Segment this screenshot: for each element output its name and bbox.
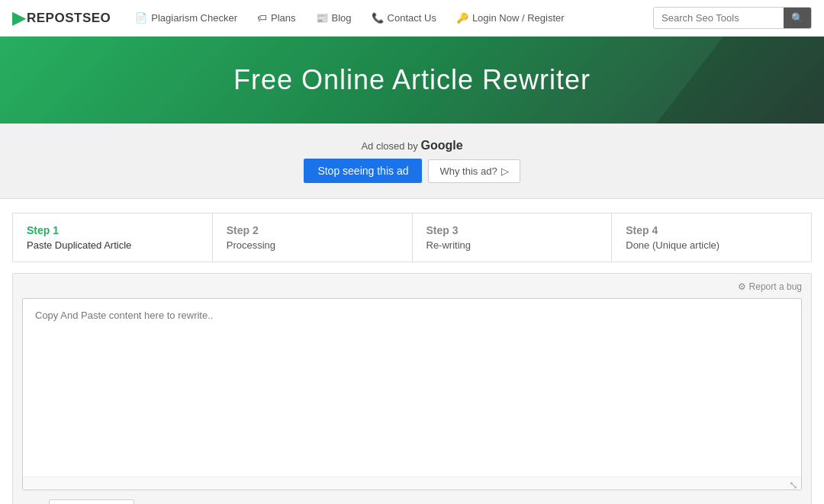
report-bug-row: ⚙ Report a bug bbox=[22, 281, 802, 292]
step-2-desc: Processing bbox=[227, 239, 398, 251]
hero-banner: Free Online Article Rewriter bbox=[0, 37, 824, 124]
article-textarea[interactable] bbox=[23, 299, 801, 474]
nav-login[interactable]: 🔑 Login Now / Register bbox=[447, 8, 574, 28]
ad-closed-text: Ad closed by bbox=[361, 140, 417, 152]
step-1: Step 1 Paste Duplicated Article bbox=[13, 213, 213, 262]
phone-icon: 📞 bbox=[372, 12, 384, 24]
editor-area: ⚙ Report a bug ⤡ OR / 📎 Select File .doc… bbox=[12, 273, 812, 504]
resize-icon: ⤡ bbox=[789, 479, 798, 488]
report-bug-button[interactable]: ⚙ Report a bug bbox=[738, 281, 802, 292]
nav-plans-label: Plans bbox=[271, 12, 296, 24]
login-icon: 🔑 bbox=[456, 12, 468, 24]
ad-buttons: Stop seeing this ad Why this ad? ▷ bbox=[15, 159, 809, 183]
step-4-label: Step 4 bbox=[626, 224, 797, 236]
brand-name: REPOSTSEO bbox=[27, 11, 111, 26]
search-input[interactable] bbox=[654, 8, 784, 27]
why-this-ad-button[interactable]: Why this ad? ▷ bbox=[428, 159, 520, 183]
step-1-desc: Paste Duplicated Article bbox=[27, 239, 198, 251]
nav-blog[interactable]: 📰 Blog bbox=[307, 8, 361, 28]
navbar: ▶ REPOSTSEO 📄 Plagiarism Checker 🏷 Plans… bbox=[0, 0, 824, 37]
brand-logo[interactable]: ▶ REPOSTSEO bbox=[12, 8, 111, 28]
step-4: Step 4 Done (Unique article) bbox=[612, 213, 811, 262]
stop-seeing-ad-button[interactable]: Stop seeing this ad bbox=[304, 159, 422, 183]
brand-arrow-icon: ▶ bbox=[12, 8, 25, 28]
search-bar: 🔍 bbox=[653, 7, 812, 29]
document-icon: 📄 bbox=[135, 12, 147, 24]
tag-icon: 🏷 bbox=[257, 12, 267, 24]
nav-contact-label: Contact Us bbox=[388, 12, 436, 24]
nav-plagiarism-label: Plagiarism Checker bbox=[151, 12, 237, 24]
select-file-button[interactable]: 📎 Select File bbox=[49, 499, 135, 504]
report-bug-label: Report a bug bbox=[749, 281, 802, 292]
step-4-desc: Done (Unique article) bbox=[626, 239, 797, 251]
step-3-label: Step 3 bbox=[426, 224, 598, 236]
bug-icon: ⚙ bbox=[738, 281, 746, 292]
why-ad-icon: ▷ bbox=[501, 165, 509, 177]
ad-banner: Ad closed by Google Stop seeing this ad … bbox=[0, 124, 824, 199]
step-1-label: Step 1 bbox=[27, 224, 198, 236]
step-3-desc: Re-writing bbox=[426, 239, 598, 251]
step-2: Step 2 Processing bbox=[213, 213, 413, 262]
steps-bar: Step 1 Paste Duplicated Article Step 2 P… bbox=[12, 213, 812, 262]
step-2-label: Step 2 bbox=[227, 224, 398, 236]
hero-title: Free Online Article Rewriter bbox=[15, 64, 809, 96]
blog-icon: 📰 bbox=[316, 12, 328, 24]
step-3: Step 3 Re-writing bbox=[413, 213, 613, 262]
nav-contact[interactable]: 📞 Contact Us bbox=[362, 8, 446, 28]
nav-login-label: Login Now / Register bbox=[472, 12, 565, 24]
search-button[interactable]: 🔍 bbox=[784, 8, 811, 28]
file-upload-row: OR / 📎 Select File .doc / .docx / .pdf /… bbox=[22, 499, 802, 504]
google-text: Google bbox=[420, 139, 462, 152]
textarea-wrapper: ⤡ bbox=[22, 298, 802, 490]
resize-handle: ⤡ bbox=[23, 477, 801, 490]
nav-plagiarism-checker[interactable]: 📄 Plagiarism Checker bbox=[126, 8, 246, 28]
nav-blog-label: Blog bbox=[332, 12, 352, 24]
nav-plans[interactable]: 🏷 Plans bbox=[248, 8, 305, 28]
why-ad-label: Why this ad? bbox=[439, 165, 497, 177]
ad-closed-by: Ad closed by Google bbox=[15, 139, 809, 152]
nav-links: 📄 Plagiarism Checker 🏷 Plans 📰 Blog 📞 Co… bbox=[126, 8, 650, 28]
